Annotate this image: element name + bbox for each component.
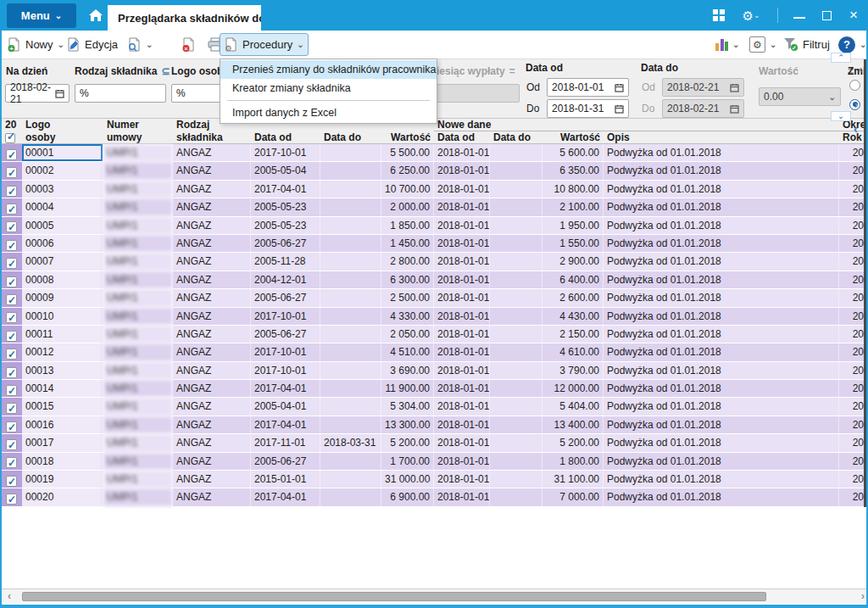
cell-n_wartosc[interactable]: 12 000.00: [542, 380, 604, 397]
cell-n_data_do[interactable]: [490, 308, 542, 325]
cell-logo[interactable]: 00015: [22, 398, 103, 415]
minimize-button[interactable]: [790, 3, 809, 28]
cell-n_data_od[interactable]: 2018-01-01: [434, 471, 490, 488]
data-od-do-input[interactable]: 2018-01-31: [547, 99, 629, 118]
cell-n_wartosc[interactable]: 2 100.00: [542, 198, 604, 215]
cell-numer[interactable]: UMP/1: [103, 380, 173, 397]
cell-data_od[interactable]: 2004-12-01: [251, 271, 320, 288]
cell-rodzaj[interactable]: ANGAZ: [173, 308, 251, 325]
filter-scroll-left-icon[interactable]: ‹: [859, 63, 862, 75]
table-row[interactable]: 00006UMP/1ANGAZ2005-06-271 450.002018-01…: [0, 235, 868, 253]
table-row[interactable]: 00018UMP/1ANGAZ2005-06-271 700.002018-01…: [0, 453, 868, 471]
cell-rodzaj[interactable]: ANGAZ: [173, 198, 251, 215]
na-dzien-date-input[interactable]: 2018-02-21: [5, 84, 70, 103]
cell-n_data_od[interactable]: 2018-01-01: [434, 162, 490, 179]
row-checkbox[interactable]: [6, 221, 17, 232]
cell-data_od[interactable]: 2017-04-01: [251, 416, 320, 433]
table-row[interactable]: 00010UMP/1ANGAZ2017-10-014 330.002018-01…: [0, 308, 868, 326]
cell-wartosc[interactable]: 2 000.00: [381, 198, 434, 215]
row-checkbox[interactable]: [6, 476, 17, 487]
cell-n_wartosc[interactable]: 6 400.00: [542, 271, 604, 288]
column-header-rodzaj-2[interactable]: składnika: [173, 131, 251, 144]
cell-n_data_do[interactable]: [490, 289, 542, 306]
cell-data_od[interactable]: 2005-04-01: [251, 398, 320, 415]
column-header-n-wartosc[interactable]: Wartość: [542, 131, 604, 144]
cell-n_wartosc[interactable]: 2 150.00: [542, 326, 604, 343]
cell-n_data_od[interactable]: 2018-01-01: [434, 198, 490, 215]
cell-wartosc[interactable]: 5 500.00: [381, 144, 434, 161]
cell-wartosc[interactable]: 4 510.00: [381, 343, 434, 360]
table-row[interactable]: 00009UMP/1ANGAZ2005-06-272 500.002018-01…: [0, 289, 868, 307]
cell-numer[interactable]: UMP/1: [103, 416, 173, 433]
cell-data_od[interactable]: 2005-05-23: [251, 217, 320, 234]
scroll-right-arrow-icon[interactable]: ›: [861, 590, 865, 602]
row-select-cell[interactable]: [0, 398, 22, 415]
row-select-cell[interactable]: [0, 289, 22, 306]
cell-n_wartosc[interactable]: 5 404.00: [542, 398, 604, 415]
data-do-od-input[interactable]: 2018-02-21: [662, 78, 744, 97]
cell-wartosc[interactable]: 6 250.00: [381, 162, 434, 179]
cell-rodzaj[interactable]: ANGAZ: [173, 362, 251, 379]
cell-rodzaj[interactable]: ANGAZ: [173, 434, 251, 451]
table-row[interactable]: 00012UMP/1ANGAZ2017-10-014 510.002018-01…: [0, 343, 868, 361]
filter-collapse-button[interactable]: ⌄: [831, 111, 851, 121]
row-checkbox[interactable]: [6, 149, 17, 160]
cell-wartosc[interactable]: 2 050.00: [381, 326, 434, 343]
select-all-checkbox[interactable]: [5, 133, 15, 143]
cell-numer[interactable]: UMP/1: [103, 289, 173, 306]
scroll-left-arrow-icon[interactable]: ‹: [0, 590, 19, 602]
cell-opis[interactable]: Podwyżka od 01.01.2018: [604, 162, 839, 179]
row-select-cell[interactable]: [0, 162, 22, 179]
cell-data_od[interactable]: 2005-05-04: [251, 162, 320, 179]
cell-data_od[interactable]: 2017-10-01: [251, 362, 320, 379]
table-row[interactable]: 00007UMP/1ANGAZ2005-11-282 800.002018-01…: [0, 253, 868, 271]
row-checkbox[interactable]: [6, 403, 17, 414]
cell-n_data_do[interactable]: [490, 488, 542, 505]
cell-rodzaj[interactable]: ANGAZ: [173, 471, 251, 488]
cell-data_od[interactable]: 2005-06-27: [251, 326, 320, 343]
cell-logo[interactable]: 00004: [22, 198, 103, 215]
cell-n_wartosc[interactable]: 2 900.00: [542, 253, 604, 270]
row-checkbox[interactable]: [6, 186, 17, 197]
cell-logo[interactable]: 00019: [22, 471, 103, 488]
cell-rodzaj[interactable]: ANGAZ: [173, 488, 251, 505]
row-select-cell[interactable]: [0, 217, 22, 234]
column-header-logo[interactable]: Logo: [22, 119, 103, 131]
cell-rodzaj[interactable]: ANGAZ: [173, 271, 251, 288]
cell-data_do[interactable]: [320, 162, 381, 179]
cell-n_data_od[interactable]: 2018-01-01: [434, 271, 490, 288]
column-header-numer-2[interactable]: umowy: [103, 131, 173, 144]
cell-opis[interactable]: Podwyżka od 01.01.2018: [604, 416, 839, 433]
cell-n_data_od[interactable]: 2018-01-01: [434, 453, 490, 470]
select-all-cell[interactable]: [0, 131, 22, 144]
procedures-button[interactable]: ⚙ Procedury ⌄: [220, 33, 309, 56]
cell-data_od[interactable]: 2005-06-27: [251, 235, 320, 252]
cell-numer[interactable]: UMP/1: [103, 162, 173, 179]
cell-data_do[interactable]: 2018-03-31: [320, 434, 381, 451]
cell-data_do[interactable]: [320, 235, 381, 252]
cell-n_wartosc[interactable]: 4 610.00: [542, 343, 604, 360]
cell-n_data_od[interactable]: 2018-01-01: [434, 308, 490, 325]
cell-n_data_do[interactable]: [490, 380, 542, 397]
table-row[interactable]: 00015UMP/1ANGAZ2005-04-015 304.002018-01…: [0, 398, 868, 416]
cell-wartosc[interactable]: 1 700.00: [381, 453, 434, 470]
cell-data_do[interactable]: [320, 253, 381, 270]
cell-numer[interactable]: UMP/1: [103, 181, 173, 198]
table-row[interactable]: 00013UMP/1ANGAZ2017-10-013 690.002018-01…: [0, 362, 868, 380]
cell-data_do[interactable]: [320, 181, 381, 198]
cell-wartosc[interactable]: 31 000.00: [381, 471, 434, 488]
cell-rodzaj[interactable]: ANGAZ: [173, 416, 251, 433]
row-checkbox[interactable]: [6, 294, 17, 305]
cell-rodzaj[interactable]: ANGAZ: [173, 253, 251, 270]
cell-logo[interactable]: 00018: [22, 453, 103, 470]
cell-numer[interactable]: UMP/1: [103, 453, 173, 470]
cell-n_wartosc[interactable]: 1 550.00: [542, 235, 604, 252]
okres-expand-icon[interactable]: ‹: [854, 121, 858, 136]
cell-opis[interactable]: Podwyżka od 01.01.2018: [604, 434, 839, 451]
cell-n_data_od[interactable]: 2018-01-01: [434, 380, 490, 397]
scrollbar-thumb[interactable]: [22, 592, 766, 601]
cell-data_od[interactable]: 2005-11-28: [251, 253, 320, 270]
cell-opis[interactable]: Podwyżka od 01.01.2018: [604, 326, 839, 343]
table-row[interactable]: 00003UMP/1ANGAZ2017-04-0110 700.002018-0…: [0, 181, 868, 198]
row-checkbox[interactable]: [6, 367, 17, 378]
